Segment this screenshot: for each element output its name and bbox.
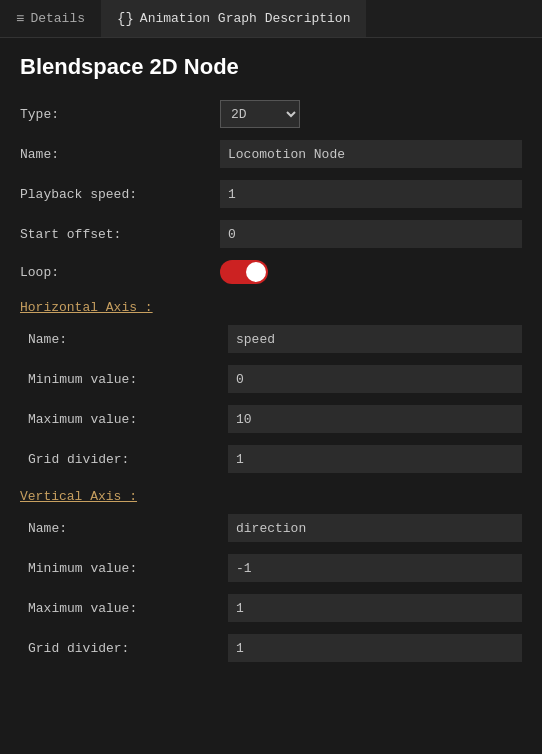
h-grid-label: Grid divider:: [28, 452, 228, 467]
tab-details-label: Details: [30, 11, 85, 26]
h-min-label: Minimum value:: [28, 372, 228, 387]
v-min-label: Minimum value:: [28, 561, 228, 576]
v-min-row: Minimum value:: [28, 554, 522, 582]
name-input[interactable]: [220, 140, 522, 168]
v-grid-input[interactable]: [228, 634, 522, 662]
h-max-row: Maximum value:: [28, 405, 522, 433]
playback-speed-input[interactable]: [220, 180, 522, 208]
h-grid-row: Grid divider:: [28, 445, 522, 473]
tab-animation-graph[interactable]: {} Animation Graph Description: [101, 0, 366, 37]
h-min-input[interactable]: [228, 365, 522, 393]
tab-animation-graph-label: Animation Graph Description: [140, 11, 351, 26]
v-max-label: Maximum value:: [28, 601, 228, 616]
animation-graph-icon: {}: [117, 11, 134, 27]
h-name-label: Name:: [28, 332, 228, 347]
loop-row: Loop:: [20, 260, 522, 284]
h-name-input[interactable]: [228, 325, 522, 353]
name-label: Name:: [20, 147, 220, 162]
tab-bar: ≡ Details {} Animation Graph Description: [0, 0, 542, 38]
loop-toggle[interactable]: [220, 260, 268, 284]
loop-label: Loop:: [20, 265, 220, 280]
playback-speed-row: Playback speed:: [20, 180, 522, 208]
h-max-input[interactable]: [228, 405, 522, 433]
v-min-input[interactable]: [228, 554, 522, 582]
name-row: Name:: [20, 140, 522, 168]
h-name-row: Name:: [28, 325, 522, 353]
start-offset-input[interactable]: [220, 220, 522, 248]
v-max-row: Maximum value:: [28, 594, 522, 622]
playback-speed-label: Playback speed:: [20, 187, 220, 202]
v-name-input[interactable]: [228, 514, 522, 542]
type-row: Type: 2D 1D: [20, 100, 522, 128]
tab-details[interactable]: ≡ Details: [0, 0, 101, 37]
h-max-label: Maximum value:: [28, 412, 228, 427]
v-grid-row: Grid divider:: [28, 634, 522, 662]
v-grid-label: Grid divider:: [28, 641, 228, 656]
h-grid-input[interactable]: [228, 445, 522, 473]
start-offset-row: Start offset:: [20, 220, 522, 248]
type-select[interactable]: 2D 1D: [220, 100, 300, 128]
vertical-axis-header[interactable]: Vertical Axis :: [20, 489, 522, 504]
vertical-axis-section: Name: Minimum value: Maximum value: Grid…: [20, 514, 522, 662]
start-offset-label: Start offset:: [20, 227, 220, 242]
v-name-row: Name:: [28, 514, 522, 542]
main-content: Blendspace 2D Node Type: 2D 1D Name: Pla…: [0, 38, 542, 754]
horizontal-axis-section: Name: Minimum value: Maximum value: Grid…: [20, 325, 522, 473]
horizontal-axis-header[interactable]: Horizontal Axis :: [20, 300, 522, 315]
v-max-input[interactable]: [228, 594, 522, 622]
v-name-label: Name:: [28, 521, 228, 536]
loop-toggle-container: [220, 260, 268, 284]
h-min-row: Minimum value:: [28, 365, 522, 393]
page-title: Blendspace 2D Node: [20, 54, 522, 80]
details-icon: ≡: [16, 11, 24, 27]
type-label: Type:: [20, 107, 220, 122]
